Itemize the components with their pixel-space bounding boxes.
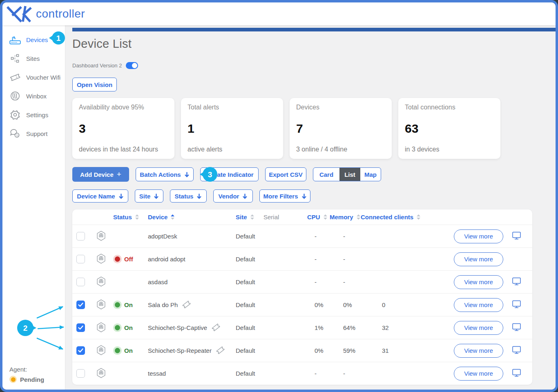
view-more-button[interactable]: View more	[454, 252, 503, 266]
row-checkbox[interactable]	[76, 255, 85, 263]
stat-card: Devices73 online / 4 offline	[290, 98, 392, 159]
sort-icon[interactable]	[170, 214, 175, 220]
monitor-icon[interactable]	[512, 323, 521, 333]
table-row: Offandroid adoptDefault--View more	[72, 247, 532, 270]
clients-cell: 32	[361, 324, 432, 331]
monitor-icon[interactable]	[512, 277, 521, 287]
vendor-hexagon-icon	[96, 236, 106, 243]
column-header-connected-clients[interactable]: Connected clients	[361, 214, 432, 220]
sort-icon[interactable]	[250, 214, 254, 220]
memory-cell: -	[330, 278, 361, 285]
view-more-button[interactable]: View more	[454, 344, 503, 358]
row-checkbox[interactable]	[76, 369, 85, 378]
filter-more-filters[interactable]: More Filters	[259, 189, 310, 203]
router-icon	[9, 34, 21, 45]
sort-icon[interactable]	[356, 214, 361, 220]
view-more-button[interactable]: View more	[454, 275, 503, 289]
sidebar-item-voucher-wifi[interactable]: Voucher Wifi	[2, 68, 65, 87]
column-header-status[interactable]: Status	[113, 214, 148, 220]
stat-value: 1	[187, 122, 277, 136]
view-more-button[interactable]: View more	[454, 229, 503, 243]
filter-vendor[interactable]: Vendor	[213, 189, 253, 203]
row-checkbox[interactable]	[76, 232, 85, 241]
app-header: controller	[2, 2, 556, 25]
status-dot-icon	[115, 325, 120, 330]
column-header-site[interactable]: Site	[236, 214, 263, 220]
view-mode-card[interactable]: Card	[313, 168, 339, 181]
view-more-button[interactable]: View more	[454, 298, 503, 312]
stat-title: Devices	[296, 104, 385, 111]
view-mode-list[interactable]: List	[339, 168, 360, 181]
edit-ticket-icon[interactable]	[215, 345, 225, 356]
update-indicator-button[interactable]: Update Indicator	[200, 167, 259, 181]
column-header-serial[interactable]: Serial	[263, 214, 307, 220]
monitor-icon[interactable]	[512, 368, 521, 379]
edit-ticket-icon[interactable]	[210, 322, 221, 333]
stat-value: 63	[405, 122, 494, 136]
device-name: adoptDesk	[148, 233, 177, 240]
vendor-hexagon-icon	[96, 281, 106, 288]
device-table: StatusDeviceSiteSerialCPUMemoryConnected…	[72, 209, 532, 385]
sidebar-item-winbox[interactable]: Winbox	[2, 87, 65, 105]
main-content: Device List Dashboard Version 2 Open Vis…	[65, 25, 556, 390]
monitor-icon[interactable]	[512, 231, 521, 241]
open-vision-button[interactable]: Open Vision	[72, 78, 117, 91]
sidebar-item-settings[interactable]: Settings	[2, 105, 65, 124]
sidebar-item-devices[interactable]: Devices	[2, 30, 65, 49]
monitor-icon[interactable]	[512, 345, 521, 356]
sidebar-item-sites[interactable]: Sites	[2, 49, 65, 68]
view-more-button[interactable]: View more	[454, 367, 503, 381]
add-device-button[interactable]: Add Device+	[72, 167, 129, 182]
stat-title: Total alerts	[187, 104, 277, 111]
batch-actions-button[interactable]: Batch Actions	[136, 167, 194, 181]
device-name: Schiochet-Sp-Repeater	[148, 347, 212, 354]
filter-site[interactable]: Site	[135, 189, 163, 203]
table-row: OnSala do PhDefault0%0%0View more	[72, 293, 532, 316]
cpu-cell: 0%	[307, 301, 330, 308]
row-checkbox[interactable]	[76, 301, 85, 309]
gear-icon	[9, 109, 21, 120]
stat-subtitle: in 3 devices	[405, 146, 494, 153]
app-window: controller DevicesSitesVoucher WifiWinbo…	[0, 0, 558, 392]
column-header-cpu[interactable]: CPU	[307, 214, 330, 220]
sort-icon[interactable]	[323, 214, 328, 220]
filter-device-name[interactable]: Device Name	[72, 189, 128, 203]
monitor-icon[interactable]	[512, 300, 521, 310]
ticket-icon	[9, 71, 21, 83]
cpu-cell: 0%	[307, 347, 330, 354]
page-title: Device List	[72, 37, 556, 51]
column-header-memory[interactable]: Memory	[330, 214, 361, 220]
view-mode-map[interactable]: Map	[360, 168, 381, 181]
stat-card: Availability above 95%3devices in the la…	[72, 98, 174, 159]
dashboard-version-toggle[interactable]	[126, 62, 138, 69]
status-on-badge: On	[113, 301, 148, 309]
sidebar-item-label: Support	[26, 130, 48, 137]
row-checkbox[interactable]	[76, 323, 85, 332]
edit-ticket-icon[interactable]	[181, 299, 192, 310]
filter-status[interactable]: Status	[170, 189, 207, 203]
sidebar-item-label: Devices	[26, 36, 48, 43]
sort-icon[interactable]	[416, 214, 421, 220]
support-icon	[9, 128, 21, 139]
sidebar-item-support[interactable]: Support	[2, 124, 65, 143]
column-header-device[interactable]: Device	[148, 214, 236, 220]
sort-icon[interactable]	[135, 214, 139, 220]
row-checkbox[interactable]	[76, 278, 85, 286]
memory-cell: 59%	[330, 347, 361, 354]
status-on-badge: On	[113, 323, 148, 332]
brand-logo[interactable]: controller	[7, 5, 85, 22]
site-cell: Default	[236, 324, 263, 331]
stat-value: 3	[79, 122, 168, 136]
cpu-cell: -	[307, 233, 330, 240]
stat-card: Total connections63in 3 devices	[398, 98, 500, 159]
sidebar-item-label: Winbox	[26, 93, 47, 100]
vendor-hexagon-icon	[96, 373, 106, 380]
view-more-button[interactable]: View more	[454, 321, 503, 335]
winbox-icon	[9, 91, 21, 101]
row-checkbox[interactable]	[76, 346, 85, 355]
table-row: OnSchiochet-Sp-RepeaterDefault0%59%31Vie…	[72, 339, 532, 362]
dashboard-version-label: Dashboard Version 2	[72, 62, 122, 69]
agent-label: Agent:	[9, 366, 44, 373]
kk-monogram-icon	[7, 5, 32, 22]
export-csv-button[interactable]: Export CSV	[265, 167, 306, 181]
